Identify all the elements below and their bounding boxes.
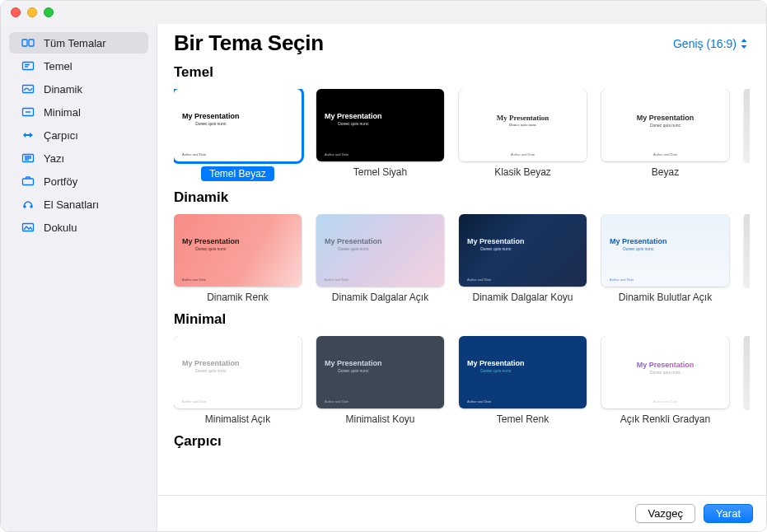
- theme-label: Açık Renkli Gradyan: [601, 413, 729, 425]
- section-1: DinamikMy PresentationDonec quis nuncAut…: [174, 189, 750, 303]
- theme-item[interactable]: My PresentationDonec quis nuncAuthor and…: [174, 89, 302, 181]
- theme-label: Temel Beyaz: [201, 166, 274, 181]
- theme-item[interactable]: My PresentationDonec quis nuncAuthor and…: [459, 89, 587, 181]
- svg-rect-0: [22, 40, 27, 46]
- theme-thumbnail[interactable]: My PresentationDonec quis nuncAuthor and…: [174, 336, 302, 408]
- thumb-content: My PresentationDonec quis nunc: [601, 114, 729, 128]
- thumb-content: My PresentationDonec quis nunc: [182, 237, 240, 251]
- sidebar-item-label: Temel: [44, 60, 72, 72]
- theme-item[interactable]: My PresentationDonec quis nuncAuthor and…: [601, 336, 729, 425]
- thumb-author: Author and Date: [182, 152, 206, 156]
- thumb-title: My Presentation: [182, 359, 240, 367]
- sidebar-item-0[interactable]: Tüm Temalar: [9, 32, 148, 54]
- minimal-icon: [21, 105, 35, 119]
- theme-row: My PresentationDonec quis nuncAuthor and…: [174, 336, 750, 425]
- theme-thumbnail[interactable]: My PresentationDonec quis nuncAuthor and…: [174, 89, 302, 161]
- close-window-button[interactable]: [11, 7, 21, 17]
- thumb-title: My Presentation: [601, 361, 729, 369]
- theme-label: Dinamik Dalgalar Koyu: [459, 292, 587, 303]
- thumb-content: My PresentationDonec quis nunc: [467, 237, 525, 251]
- thumb-subtitle: Donec quis nunc: [182, 368, 240, 373]
- sidebar-item-2[interactable]: Dinamik: [9, 78, 148, 100]
- theme-row: My PresentationDonec quis nuncAuthor and…: [174, 89, 750, 181]
- theme-item[interactable]: My PresentationDonec quis nuncAuthor and…: [316, 336, 444, 425]
- theme-item[interactable]: My PresentationDonec quis nuncAuthor and…: [174, 336, 302, 425]
- theme-thumbnail[interactable]: My PresentationDonec quis nuncAuthor and…: [316, 336, 444, 408]
- thumb-content: My PresentationDonec quis nunc: [325, 237, 382, 251]
- create-button[interactable]: Yarat: [704, 504, 753, 523]
- theme-thumbnail[interactable]: My PresentationDonec quis nuncAuthor and…: [174, 214, 302, 287]
- thumb-title: My Presentation: [601, 114, 729, 122]
- sidebar-item-label: Dokulu: [44, 222, 77, 234]
- svg-point-13: [24, 206, 26, 208]
- footer: Vazgeç Yarat: [157, 495, 766, 531]
- minimize-window-button[interactable]: [27, 7, 37, 17]
- theme-item[interactable]: My PresentationDonec quis nuncAuthor and…: [316, 214, 444, 303]
- sidebar-item-label: Minimal: [44, 106, 81, 119]
- thumb-subtitle: Donec quis nunc: [601, 370, 729, 375]
- svg-rect-2: [23, 63, 34, 70]
- thumb-author: Author and Date: [459, 152, 587, 156]
- theme-peek[interactable]: [744, 336, 750, 425]
- sidebar-item-1[interactable]: Temel: [9, 55, 148, 77]
- thumb-subtitle: Donec quis nunc: [325, 368, 382, 373]
- thumb-author: Author and Date: [325, 278, 348, 282]
- thumb-title: My Presentation: [182, 237, 240, 245]
- theme-label: Dinamik Dalgalar Açık: [316, 292, 444, 303]
- thumb-author: Author and Date: [610, 278, 634, 282]
- theme-label: Dinamik Renk: [174, 292, 302, 303]
- thumb-author: Author and Date: [182, 399, 206, 404]
- sidebar-item-8[interactable]: Dokulu: [9, 217, 148, 238]
- svg-rect-12: [23, 179, 34, 185]
- section-0: TemelMy PresentationDonec quis nuncAutho…: [174, 64, 750, 181]
- thumb-title: My Presentation: [610, 237, 667, 245]
- theme-label: Temel Siyah: [316, 166, 444, 178]
- thumb-subtitle: Donec quis nunc: [601, 123, 729, 128]
- sidebar-item-label: Yazı: [44, 152, 64, 165]
- theme-item[interactable]: My PresentationDonec quis nuncAuthor and…: [601, 214, 729, 303]
- page-title: Bir Tema Seçin: [174, 30, 324, 56]
- thumb-content: My PresentationDonec quis nunc: [610, 237, 667, 251]
- thumb-subtitle: Donec quis nunc: [467, 246, 525, 251]
- thumb-title: My Presentation: [182, 112, 240, 120]
- theme-thumbnail[interactable]: My PresentationDonec quis nuncAuthor and…: [316, 89, 444, 161]
- cancel-button[interactable]: Vazgeç: [635, 504, 695, 523]
- thumb-title: My Presentation: [325, 237, 382, 245]
- chevron-up-down-icon: [740, 38, 748, 49]
- theme-item[interactable]: My PresentationDonec quis nuncAuthor and…: [601, 89, 729, 181]
- thumb-author: Author and Date: [467, 278, 491, 282]
- sidebar-item-7[interactable]: El Sanatları: [9, 194, 148, 215]
- theme-item[interactable]: My PresentationDonec quis nuncAuthor and…: [459, 214, 587, 303]
- theme-peek[interactable]: [744, 89, 750, 181]
- theme-label: Beyaz: [601, 166, 729, 178]
- all-themes-icon: [21, 36, 35, 49]
- theme-thumbnail[interactable]: My PresentationDonec quis nuncAuthor and…: [459, 214, 587, 287]
- sidebar-item-4[interactable]: Çarpıcı: [9, 124, 148, 146]
- zoom-window-button[interactable]: [44, 7, 54, 17]
- sidebar-item-5[interactable]: Yazı: [9, 147, 148, 169]
- theme-thumbnail[interactable]: My PresentationDonec quis nuncAuthor and…: [459, 89, 587, 161]
- aspect-ratio-label: Geniş (16:9): [673, 37, 737, 50]
- theme-item[interactable]: My PresentationDonec quis nuncAuthor and…: [316, 89, 444, 181]
- sidebar-item-3[interactable]: Minimal: [9, 101, 148, 123]
- theme-item[interactable]: My PresentationDonec quis nuncAuthor and…: [174, 214, 302, 303]
- thumb-author: Author and Date: [325, 152, 348, 156]
- theme-thumbnail[interactable]: My PresentationDonec quis nuncAuthor and…: [601, 336, 729, 408]
- thumb-subtitle: Donec quis nunc: [610, 246, 667, 251]
- theme-thumbnail[interactable]: My PresentationDonec quis nuncAuthor and…: [459, 336, 587, 408]
- sidebar-item-label: El Sanatları: [44, 198, 99, 211]
- theme-label: Klasik Beyaz: [459, 166, 587, 178]
- theme-label: Dinamik Bulutlar Açık: [601, 292, 729, 303]
- sidebar-item-6[interactable]: Portföy: [9, 170, 148, 192]
- section-title: Minimal: [174, 311, 750, 328]
- theme-thumbnail[interactable]: My PresentationDonec quis nuncAuthor and…: [601, 214, 729, 287]
- theme-thumbnail[interactable]: My PresentationDonec quis nuncAuthor and…: [601, 89, 729, 161]
- sidebar-item-label: Çarpıcı: [44, 129, 78, 142]
- theme-peek[interactable]: [744, 214, 750, 303]
- thumb-author: Author and Date: [325, 399, 348, 404]
- theme-item[interactable]: My PresentationDonec quis nuncAuthor and…: [459, 336, 587, 425]
- aspect-ratio-selector[interactable]: Geniş (16:9): [671, 34, 750, 54]
- bold-icon: [21, 128, 35, 142]
- theme-label: Minimalist Açık: [174, 413, 302, 425]
- theme-thumbnail[interactable]: My PresentationDonec quis nuncAuthor and…: [316, 214, 444, 287]
